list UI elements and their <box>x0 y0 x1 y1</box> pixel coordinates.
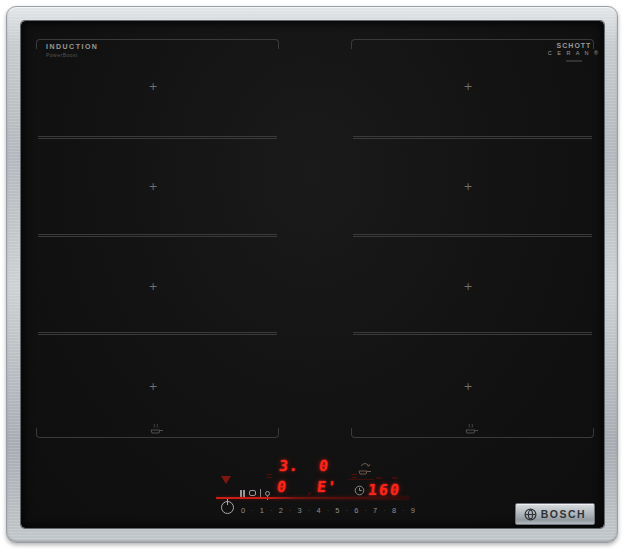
zone-select-mark-left: = <box>266 471 272 482</box>
ceramic-glass-surface: + + + + + + + + <box>21 21 604 528</box>
stainless-steel-frame: + + + + + + + + <box>6 6 618 543</box>
induction-subtitle: PowerBoost <box>46 52 98 58</box>
zone-plus-mark: + <box>461 380 475 394</box>
zone-separator <box>38 332 277 335</box>
scale-separator: · <box>365 507 367 514</box>
power-level-4[interactable]: 4 <box>316 506 320 515</box>
cooktop-photo: + + + + + + + + <box>0 0 625 549</box>
scale-separator: · <box>289 507 291 514</box>
power-level-5[interactable]: 5 <box>335 506 339 515</box>
power-level-1[interactable]: 1 <box>260 506 264 515</box>
power-indicator-line <box>216 497 409 499</box>
timer-seg-mark <box>376 477 382 479</box>
zone-right-display-top: 0 <box>318 458 330 474</box>
power-level-9[interactable]: 9 <box>411 506 415 515</box>
zone-separator <box>353 234 592 237</box>
timer-seg-mark <box>392 477 398 479</box>
zone-select-mark-right: = <box>351 471 357 482</box>
zone-separator <box>38 136 277 139</box>
induction-label: INDUCTION PowerBoost <box>46 43 98 58</box>
childlock-icon[interactable] <box>265 491 270 496</box>
pan-icon <box>148 422 164 435</box>
pause-icon[interactable] <box>240 490 245 497</box>
timer-dim-line <box>348 479 374 480</box>
scale-separator: · <box>346 507 348 514</box>
pan-icon <box>463 422 479 435</box>
scale-separator: · <box>383 507 385 514</box>
zone-separator <box>38 234 277 237</box>
scale-separator: · <box>327 507 329 514</box>
power-level-6[interactable]: 6 <box>354 506 358 515</box>
fry-sensor-icon[interactable] <box>357 460 373 476</box>
power-level-3[interactable]: 3 <box>298 506 302 515</box>
induction-title: INDUCTION <box>46 43 98 50</box>
scale-separator: · <box>402 507 404 514</box>
zone-separator <box>353 136 592 139</box>
zone-plus-mark: + <box>146 380 160 394</box>
zone-plus-mark: + <box>461 80 475 94</box>
ceran-text: C E R A N ® <box>544 50 604 56</box>
zone-plus-mark: + <box>146 80 160 94</box>
scale-separator: · <box>270 507 272 514</box>
zone-plus-mark: + <box>461 180 475 194</box>
scale-separator: · <box>251 507 253 514</box>
power-icon[interactable] <box>221 501 234 514</box>
cluster-divider <box>260 489 261 497</box>
power-level-8[interactable]: 8 <box>392 506 396 515</box>
power-level-0[interactable]: 0 <box>241 506 245 515</box>
wipe-protection-icon[interactable] <box>249 490 256 496</box>
dim-cross-mark: × <box>307 490 311 497</box>
bosch-brand-text: BOSCH <box>541 508 586 520</box>
timer-display: 160 <box>367 482 402 498</box>
power-level-7[interactable]: 7 <box>373 506 377 515</box>
bosch-anchor-icon <box>524 508 537 521</box>
zone-right-display-bottom: E' <box>316 479 338 495</box>
schott-text: SCHOTT <box>544 42 604 49</box>
power-scale[interactable]: 0·1·2·3·4·5·6·7·8·9 <box>241 505 415 516</box>
bosch-logo-badge: BOSCH <box>515 503 595 525</box>
power-level-2[interactable]: 2 <box>279 506 283 515</box>
zone-plus-mark: + <box>461 280 475 294</box>
warning-triangle-icon <box>221 476 231 484</box>
clock-icon[interactable] <box>354 485 365 496</box>
zone-left-display-top: 3. <box>278 458 300 474</box>
zone-plus-mark: + <box>146 280 160 294</box>
zone-left-display-bottom: 0 <box>276 479 288 495</box>
zone-separator <box>353 332 592 335</box>
zone-plus-mark: + <box>146 180 160 194</box>
ceran-underline <box>566 60 582 62</box>
schott-ceran-logo: SCHOTT C E R A N ® <box>544 42 604 62</box>
scale-separator: · <box>308 507 310 514</box>
